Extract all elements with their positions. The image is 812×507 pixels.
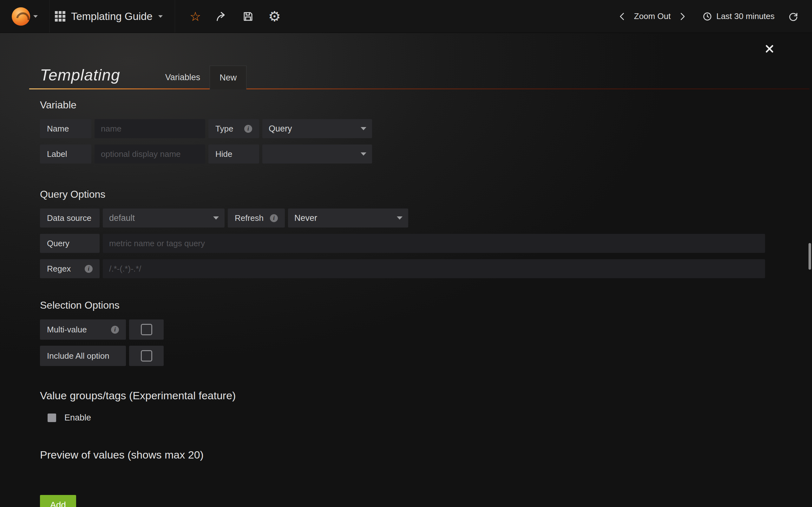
page-header: Templating Variables New [0, 33, 812, 89]
share-icon [216, 10, 228, 22]
section-value-groups: Value groups/tags (Experimental feature)… [40, 389, 812, 423]
gear-icon: ⚙ [268, 9, 281, 23]
type-select[interactable]: Query [262, 119, 372, 138]
selection-options-heading: Selection Options [40, 299, 812, 311]
grafana-logo-icon [12, 7, 30, 26]
save-dashboard-button[interactable] [242, 11, 254, 22]
zoom-out-button[interactable]: Zoom Out [634, 11, 671, 21]
select-caret-icon [213, 216, 219, 220]
data-source-label: Data source [40, 209, 100, 228]
star-dashboard-button[interactable]: ☆ [190, 10, 201, 23]
enable-row: Enable [48, 413, 812, 423]
dashboard-settings-button[interactable]: ⚙ [268, 9, 281, 23]
page-title: Templating [40, 66, 120, 84]
header-underline [29, 89, 809, 89]
section-query-options: Query Options Data source default Refres… [40, 188, 812, 278]
add-button[interactable]: Add [40, 495, 76, 507]
time-controls: Zoom Out Last 30 minutes [618, 11, 812, 22]
hide-label: Hide [208, 145, 259, 164]
grafana-app: Templating Guide ☆ ⚙ [0, 0, 812, 507]
regex-row: Regex i [40, 259, 812, 278]
chevron-right-icon [677, 12, 687, 21]
preview-heading: Preview of values (shows max 20) [40, 449, 812, 461]
include-all-checkbox[interactable] [129, 346, 164, 366]
refresh-label: Refresh i [228, 209, 285, 228]
templating-editor: Templating Variables New Variable Name [0, 33, 812, 507]
include-all-row: Include All option [40, 346, 812, 366]
select-caret-icon [361, 153, 366, 156]
type-label: Type i [208, 119, 259, 138]
dashboard-picker[interactable]: Templating Guide [49, 0, 175, 33]
regex-input[interactable] [103, 259, 765, 278]
time-shift-forward-button[interactable] [677, 12, 687, 21]
dashboard-title: Templating Guide [71, 10, 153, 22]
refresh-icon [788, 11, 799, 22]
star-icon: ☆ [190, 10, 201, 23]
select-caret-icon [397, 216, 403, 220]
navbar-actions: ☆ ⚙ [175, 9, 281, 23]
section-variable: Variable Name Type i Query Label [40, 99, 812, 164]
dashboard-grid-icon [55, 11, 65, 21]
regex-info-icon[interactable]: i [85, 265, 93, 273]
chevron-down-icon [33, 15, 38, 18]
clock-icon [702, 11, 712, 21]
refresh-button[interactable] [788, 11, 799, 22]
time-shift-back-button[interactable] [618, 12, 627, 21]
checkbox-unchecked-icon [141, 324, 152, 335]
query-options-heading: Query Options [40, 188, 812, 200]
query-label: Query [40, 234, 100, 253]
type-info-icon[interactable]: i [244, 125, 252, 133]
query-options-row-1: Data source default Refresh i Never [40, 209, 812, 228]
multi-value-label: Multi-value i [40, 320, 126, 340]
section-selection-options: Selection Options Multi-value i Include … [40, 299, 812, 366]
tab-variables[interactable]: Variables [156, 66, 210, 89]
multi-value-row: Multi-value i [40, 320, 812, 340]
variable-heading: Variable [40, 99, 812, 111]
save-icon [242, 11, 254, 22]
multi-value-checkbox[interactable] [129, 320, 164, 340]
query-input[interactable] [103, 234, 765, 253]
refresh-select[interactable]: Never [288, 209, 408, 228]
share-dashboard-button[interactable] [216, 10, 228, 22]
section-preview: Preview of values (shows max 20) Add [40, 449, 812, 507]
query-row: Query [40, 234, 812, 253]
label-input[interactable] [95, 145, 205, 164]
scrollbar-thumb[interactable] [809, 243, 811, 270]
label-label: Label [40, 145, 91, 164]
value-groups-heading: Value groups/tags (Experimental feature) [40, 389, 812, 401]
tab-new[interactable]: New [210, 66, 247, 89]
checkbox-unchecked-icon [141, 350, 152, 361]
grafana-menu-button[interactable] [0, 0, 49, 33]
close-icon [764, 44, 774, 54]
data-source-select[interactable]: default [103, 209, 224, 228]
enable-checkbox[interactable] [48, 413, 56, 422]
regex-label: Regex i [40, 259, 100, 278]
select-caret-icon [361, 127, 366, 130]
refresh-info-icon[interactable]: i [270, 214, 278, 222]
enable-label: Enable [64, 413, 91, 423]
variable-row-2: Label Hide [40, 145, 812, 164]
tabs: Variables New [156, 66, 247, 89]
include-all-label: Include All option [40, 346, 126, 366]
chevron-down-icon [158, 15, 163, 18]
hide-select[interactable] [262, 145, 372, 164]
name-input[interactable] [95, 119, 205, 138]
form-sections: Variable Name Type i Query Label [0, 99, 812, 507]
chevron-left-icon [618, 12, 627, 21]
close-button[interactable] [764, 44, 774, 55]
name-label: Name [40, 119, 91, 138]
time-range-picker[interactable]: Last 30 minutes [702, 11, 774, 21]
top-navbar: Templating Guide ☆ ⚙ [0, 0, 812, 33]
variable-row-1: Name Type i Query [40, 119, 812, 138]
multi-value-info-icon[interactable]: i [111, 326, 119, 334]
time-range-label: Last 30 minutes [716, 11, 774, 21]
